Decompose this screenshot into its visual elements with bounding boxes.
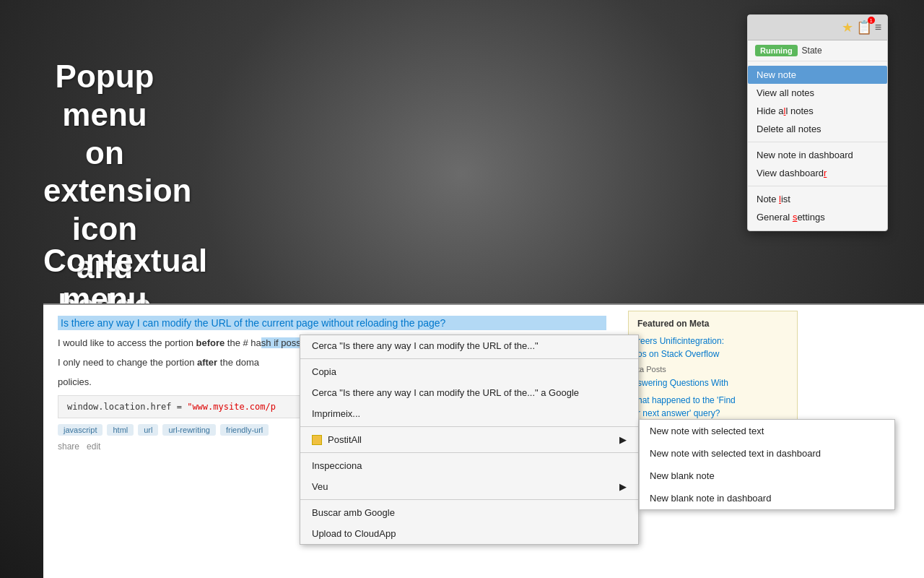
ctx-cerca-selected[interactable]: Cerca "Is there any way I can modify the…: [300, 335, 638, 356]
running-badge: Running: [755, 45, 798, 56]
dashboard-red-char: r: [824, 168, 827, 178]
settings-red-char: s: [793, 212, 798, 223]
menu-item-note-list[interactable]: Note list: [748, 190, 887, 208]
state-label: State: [802, 46, 822, 56]
ctx-divider-2: [300, 426, 638, 427]
share-link[interactable]: share: [58, 441, 79, 452]
popup-divider-1: [748, 142, 887, 142]
submenu-new-note-selected[interactable]: New note with selected text: [640, 420, 894, 442]
ctx-veu[interactable]: Veu ▶: [300, 476, 638, 497]
ctx-upload[interactable]: Upload to CloudApp: [300, 523, 638, 544]
tag-javascript[interactable]: javascript: [58, 424, 103, 436]
menu-item-delete-all-notes[interactable]: Delete all notes: [748, 120, 887, 138]
ctx-divider-3: [300, 452, 638, 453]
submenu-new-note-selected-dashboard[interactable]: New note with selected text in dashboard: [640, 442, 894, 465]
featured-title: Featured on Meta: [637, 319, 788, 329]
ctx-copia[interactable]: Copia: [300, 361, 638, 382]
veu-arrow-icon: ▶: [619, 481, 627, 492]
menu-item-new-note[interactable]: New note: [748, 66, 887, 84]
badge-icon-container: 📋 1: [856, 20, 872, 35]
menu-item-general-settings[interactable]: General settings: [748, 208, 887, 226]
submenu-new-blank-note-dashboard[interactable]: New blank note in dashboard: [640, 487, 894, 509]
bold-before: before: [196, 337, 225, 348]
extension-popup: ★ 📋 1 ≡ Running State New note View all …: [747, 14, 888, 231]
submenu-new-blank-note[interactable]: New blank note: [640, 465, 894, 487]
menu-item-view-all-notes[interactable]: View all notes: [748, 84, 887, 102]
menu-icon: ≡: [875, 21, 881, 34]
edit-link[interactable]: edit: [87, 441, 100, 452]
tag-url-rewriting[interactable]: url-rewriting: [162, 424, 215, 436]
arrow-right-icon: ▶: [619, 434, 627, 445]
menu-item-view-dashboard[interactable]: View dashboardr: [748, 164, 887, 182]
ctx-postitall[interactable]: PostitAll ▶: [300, 429, 638, 450]
featured-link-2[interactable]: swering Questions With: [637, 376, 788, 389]
tag-html[interactable]: html: [107, 424, 134, 436]
bold-after: after: [197, 357, 217, 368]
star-icon: ★: [842, 20, 853, 35]
submenu: New note with selected text New note wit…: [639, 419, 895, 510]
ctx-cerca-google[interactable]: Cerca "Is there any way I can modify the…: [300, 382, 638, 403]
extension-toolbar: ★ 📋 1 ≡: [748, 15, 887, 40]
postitall-icon: [312, 435, 322, 445]
featured-link-3[interactable]: hat happened to the 'Findr next answer' …: [637, 394, 788, 420]
menu-item-new-note-dashboard[interactable]: New note in dashboard: [748, 146, 887, 164]
ctx-inspeciona[interactable]: Inspecciona: [300, 455, 638, 476]
ctx-buscar[interactable]: Buscar amb Google: [300, 502, 638, 523]
tag-friendly-url[interactable]: friendly-url: [220, 424, 269, 436]
featured-panel: Featured on Meta reers Unificintegration…: [628, 311, 798, 432]
notelist-red-char: l: [779, 194, 781, 204]
featured-link-1[interactable]: reers Unificintegration:os on Stack Over…: [637, 335, 788, 361]
ctx-divider-4: [300, 499, 638, 500]
tag-url[interactable]: url: [138, 424, 158, 436]
context-menu: Cerca "Is there any way I can modify the…: [300, 335, 639, 545]
hide-red-char: l: [784, 105, 786, 116]
popup-menu: New note View all notes Hide all notes D…: [748, 61, 887, 230]
featured-section-1: ta Posts: [637, 365, 788, 374]
ctx-divider-1: [300, 358, 638, 359]
menu-item-hide-all-notes[interactable]: Hide all notes: [748, 102, 887, 120]
ctx-imprimeix[interactable]: Imprimeix...: [300, 403, 638, 424]
popup-header: Running State: [748, 40, 887, 61]
popup-divider-2: [748, 186, 887, 186]
note-count-badge: 1: [868, 17, 875, 24]
question-title: Is there any way I can modify the URL of…: [58, 316, 606, 330]
